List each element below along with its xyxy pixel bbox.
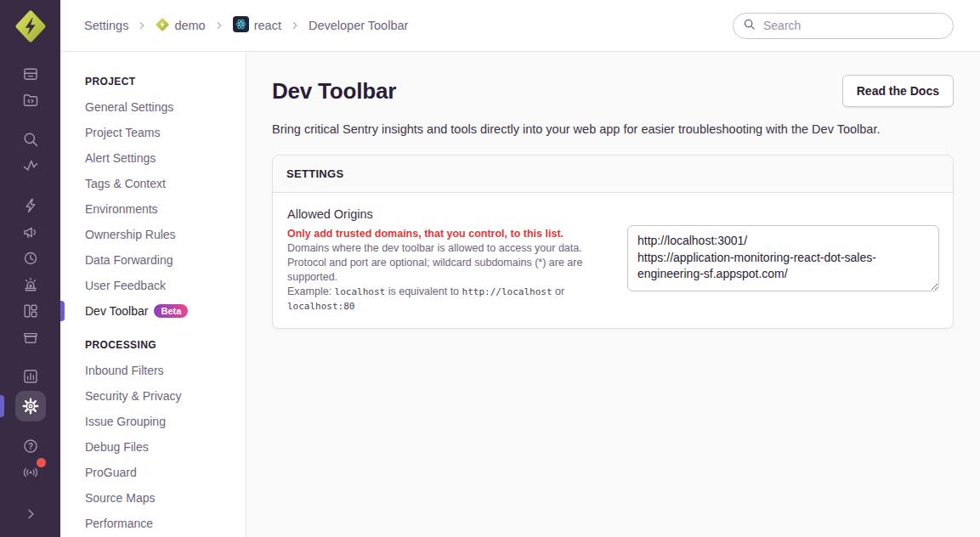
sidebar-item-user-feedback[interactable]: User Feedback <box>60 273 246 298</box>
sidebar-item-security-privacy[interactable]: Security & Privacy <box>60 383 246 409</box>
beta-badge: Beta <box>154 304 188 318</box>
breadcrumb-project[interactable]: react <box>233 16 281 35</box>
broadcast-icon[interactable] <box>19 461 42 484</box>
breadcrumb-settings[interactable]: Settings <box>84 19 128 32</box>
page-title: Dev Toolbar <box>272 78 396 105</box>
code-http-localhost: http://localhost <box>462 286 552 297</box>
sidebar-item-inbound-filters[interactable]: Inbound Filters <box>60 358 246 383</box>
gear-icon[interactable] <box>15 391 46 421</box>
bar-chart-icon[interactable] <box>19 365 42 388</box>
org-logo-icon <box>156 18 169 34</box>
section-title-project: PROJECT <box>60 76 246 89</box>
breadcrumb-project-label: react <box>254 19 281 32</box>
sentry-logo[interactable] <box>14 9 48 43</box>
sidebar-item-ownership-rules[interactable]: Ownership Rules <box>60 222 246 247</box>
sidebar-item-tags-context[interactable]: Tags & Context <box>60 171 246 196</box>
breadcrumb-page: Developer Toolbar <box>309 19 408 32</box>
sidebar-item-alert-settings[interactable]: Alert Settings <box>60 145 246 171</box>
allowed-origins-warning: Only add trusted domains, that you contr… <box>287 227 586 241</box>
panel-header: SETTINGS <box>273 155 953 193</box>
sidebar-item-proguard[interactable]: ProGuard <box>60 460 246 485</box>
siren-icon[interactable] <box>19 273 42 297</box>
help-icon[interactable]: ? <box>19 434 42 458</box>
code-localhost: localhost <box>335 286 386 297</box>
search-icon[interactable] <box>19 127 42 151</box>
main-content: Dev Toolbar Read the Docs Bring critical… <box>246 52 980 537</box>
top-bar: Settings demo <box>60 0 980 52</box>
app-icon-rail: ? <box>0 0 60 537</box>
react-logo-icon <box>233 16 249 35</box>
notification-dot <box>37 458 46 467</box>
section-title-processing: PROCESSING <box>60 339 246 353</box>
settings-panel: SETTINGS Allowed Origins Only add truste… <box>272 155 954 329</box>
breadcrumb-org-label: demo <box>174 19 205 32</box>
sidebar-active-indicator <box>60 301 65 321</box>
breadcrumb-separator-icon <box>213 20 225 31</box>
sidebar-item-source-maps[interactable]: Source Maps <box>60 485 246 511</box>
allowed-origins-input[interactable]: http://localhost:3001/ https://applicati… <box>627 225 939 291</box>
settings-sidebar: PROJECT General Settings Project Teams A… <box>60 52 246 537</box>
breadcrumb-org[interactable]: demo <box>156 18 205 34</box>
sidebar-item-general-settings[interactable]: General Settings <box>60 94 246 120</box>
sidebar-item-debug-files[interactable]: Debug Files <box>60 434 246 460</box>
allowed-origins-help: Domains where the dev toolbar is allowed… <box>287 241 586 314</box>
sidebar-item-data-forwarding[interactable]: Data Forwarding <box>60 247 246 273</box>
svg-text:?: ? <box>27 442 32 451</box>
sidebar-item-issue-grouping[interactable]: Issue Grouping <box>60 409 246 434</box>
search-box[interactable] <box>733 13 954 39</box>
dashboard-grid-icon[interactable] <box>19 299 42 323</box>
sidebar-item-performance[interactable]: Performance <box>60 511 246 536</box>
trace-pulse-icon[interactable] <box>19 154 42 178</box>
breadcrumb-separator-icon <box>289 20 301 31</box>
projects-folder-code-icon[interactable] <box>19 88 42 112</box>
code-localhost-80: localhost:80 <box>287 301 354 312</box>
page-description: Bring critical Sentry insights and tools… <box>272 122 954 136</box>
search-icon <box>743 18 756 34</box>
megaphone-icon[interactable] <box>19 220 42 244</box>
chevron-right-icon[interactable] <box>19 502 42 526</box>
allowed-origins-label: Allowed Origins <box>287 207 586 221</box>
breadcrumb-separator-icon <box>136 20 148 31</box>
history-clock-icon[interactable] <box>19 246 42 270</box>
sidebar-item-label: Dev Toolbar <box>85 304 148 318</box>
breadcrumb: Settings demo <box>84 16 408 35</box>
read-docs-button[interactable]: Read the Docs <box>842 75 954 107</box>
sidebar-item-project-teams[interactable]: Project Teams <box>60 120 246 145</box>
archive-box-icon[interactable] <box>19 325 42 349</box>
rail-active-indicator <box>0 395 4 417</box>
lightning-icon[interactable] <box>19 194 42 218</box>
inbox-icon[interactable] <box>19 62 42 86</box>
sidebar-item-environments[interactable]: Environments <box>60 196 246 222</box>
sidebar-item-dev-toolbar[interactable]: Dev Toolbar Beta <box>60 298 246 324</box>
search-input[interactable] <box>762 18 943 33</box>
